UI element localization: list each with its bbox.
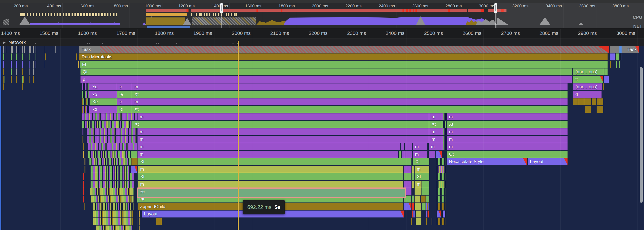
- flame-bar-ko[interactable]: ko: [90, 106, 117, 113]
- flame-bar[interactable]: [12, 46, 13, 53]
- flame-bar[interactable]: [90, 158, 131, 165]
- flame-bar[interactable]: [442, 210, 446, 217]
- flame-bar[interactable]: [412, 173, 414, 180]
- flame-bar[interactable]: [76, 54, 77, 60]
- flame-bar-task[interactable]: Task: [80, 46, 609, 53]
- flame-bar[interactable]: [426, 195, 429, 202]
- flame-bar-m[interactable]: m: [413, 151, 427, 158]
- flame-bar-ot[interactable]: Ot: [447, 151, 568, 158]
- flame-bar[interactable]: [83, 151, 84, 158]
- flame-bar[interactable]: [131, 166, 137, 173]
- flame-bar[interactable]: [11, 46, 12, 53]
- flame-bar[interactable]: [432, 218, 432, 225]
- flame-bar-m[interactable]: m: [429, 113, 442, 120]
- flame-bar-xt[interactable]: Xt: [138, 158, 412, 165]
- flame-bar[interactable]: [96, 225, 132, 230]
- flame-bar[interactable]: [414, 195, 420, 202]
- flame-bar[interactable]: [82, 121, 132, 128]
- flame-bar[interactable]: [11, 69, 12, 75]
- flame-bar-run-microtasks[interactable]: Run Microtasks: [80, 54, 608, 60]
- flame-bar[interactable]: [596, 98, 600, 105]
- flame-bar[interactable]: [437, 166, 446, 173]
- overview-drag-strip[interactable]: [0, 0, 644, 3]
- flame-bar[interactable]: [56, 46, 56, 53]
- flame-bar[interactable]: [33, 76, 34, 83]
- flame-bar[interactable]: [22, 83, 23, 90]
- flame-bar[interactable]: [82, 98, 90, 105]
- flame-bar[interactable]: [90, 166, 130, 173]
- flame-bar[interactable]: [578, 98, 584, 105]
- flame-bar[interactable]: [604, 76, 609, 83]
- flame-bar[interactable]: [620, 46, 621, 53]
- flame-bar-le[interactable]: le: [117, 91, 132, 98]
- flame-bar-task[interactable]: Task: [610, 46, 639, 53]
- flame-bar[interactable]: [604, 69, 608, 75]
- overview-right-handle-icon[interactable]: [494, 3, 497, 14]
- flame-bar[interactable]: [16, 69, 17, 75]
- flame-bar-m[interactable]: m: [447, 136, 568, 143]
- triangle-right-icon[interactable]: ▶: [3, 41, 6, 45]
- flame-bar[interactable]: [83, 173, 84, 180]
- flame-bar-m[interactable]: m: [447, 113, 568, 120]
- flame-ruler[interactable]: 1400 ms1500 ms1600 ms1700 ms1800 ms1900 …: [0, 28, 644, 39]
- flame-bar[interactable]: [16, 76, 17, 83]
- flame-bar[interactable]: [91, 195, 134, 202]
- flame-bar[interactable]: [415, 203, 421, 210]
- flame-bar[interactable]: [4, 76, 4, 83]
- flame-bar-xt[interactable]: Xt: [132, 121, 429, 128]
- flame-bar[interactable]: [36, 46, 36, 53]
- flame-bar-xt[interactable]: Xt: [138, 173, 403, 180]
- flame-bar[interactable]: [402, 151, 405, 158]
- flame-bar-m[interactable]: m: [414, 166, 429, 173]
- flame-bar[interactable]: [11, 76, 12, 83]
- flame-bar[interactable]: [437, 158, 446, 165]
- flame-bar[interactable]: [83, 181, 84, 188]
- overview-left-handle-icon[interactable]: [220, 3, 223, 14]
- flame-bar[interactable]: [24, 46, 25, 53]
- flame-bar[interactable]: [22, 46, 23, 53]
- flame-bar[interactable]: [437, 188, 446, 195]
- flame-bar[interactable]: [426, 210, 427, 217]
- flame-bar[interactable]: [83, 195, 84, 202]
- flame-bar[interactable]: [442, 128, 446, 135]
- flame-bar[interactable]: [84, 203, 84, 210]
- flame-bar[interactable]: [416, 210, 421, 217]
- flame-bar[interactable]: [437, 181, 446, 188]
- flame-bar[interactable]: [84, 158, 86, 165]
- flame-bar-m[interactable]: m: [132, 98, 568, 105]
- flame-bar-xt[interactable]: Xt: [429, 121, 442, 128]
- flame-bar[interactable]: [83, 143, 84, 150]
- timeline-overview[interactable]: 200 ms400 ms600 ms800 ms1000 ms1200 ms14…: [0, 0, 644, 28]
- flame-bar-xt[interactable]: Xt: [132, 91, 568, 98]
- flame-bar[interactable]: [426, 218, 427, 225]
- flame-bar[interactable]: [82, 91, 90, 98]
- flame-bar-yu[interactable]: Yu: [90, 83, 117, 90]
- flame-bar[interactable]: [405, 143, 412, 150]
- flame-bar[interactable]: [437, 210, 441, 217]
- flame-bar-m[interactable]: m: [138, 151, 398, 158]
- flame-bar[interactable]: [619, 61, 620, 68]
- flame-bar[interactable]: [132, 158, 138, 165]
- flame-bar[interactable]: [36, 54, 36, 60]
- flame-bar[interactable]: [437, 173, 446, 180]
- flame-bar[interactable]: [29, 46, 30, 53]
- network-track-header[interactable]: ▶ Network: [0, 39, 644, 46]
- flame-bar[interactable]: [437, 195, 446, 202]
- flame-bar[interactable]: [422, 181, 429, 188]
- flame-bar-xt[interactable]: Xt: [132, 106, 568, 113]
- flame-bar[interactable]: [616, 61, 617, 68]
- flame-bar[interactable]: [406, 151, 412, 158]
- flame-bar[interactable]: [83, 188, 84, 195]
- flame-bar[interactable]: [412, 210, 413, 217]
- flame-bar[interactable]: [404, 166, 412, 173]
- flame-bar[interactable]: [22, 61, 23, 68]
- flame-bar-m[interactable]: m: [138, 128, 429, 135]
- flame-bar[interactable]: [45, 54, 46, 60]
- flame-bar[interactable]: [437, 203, 446, 210]
- flame-bar-et[interactable]: Et: [80, 61, 608, 68]
- flame-bar[interactable]: [428, 210, 429, 217]
- flame-bar[interactable]: [592, 98, 596, 105]
- flame-bar-m[interactable]: m: [138, 181, 403, 188]
- flame-bar[interactable]: [82, 113, 137, 120]
- flame-bar[interactable]: [29, 76, 30, 83]
